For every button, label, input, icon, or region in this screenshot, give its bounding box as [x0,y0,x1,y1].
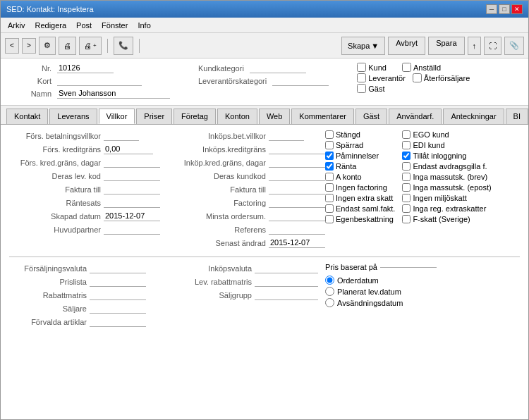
kredit-input[interactable] [104,144,153,154]
gast-checkbox[interactable] [357,84,366,93]
print2-icon: 🖨 [84,42,92,50]
egenbeskattn-checkbox[interactable] [325,215,334,223]
minsta-input[interactable] [269,211,325,221]
bottom-col1: Försäljningsvaluta Prislista Rabattmatri… [9,263,164,330]
forward-button[interactable]: > [22,38,36,54]
senast-label: Senast ändrad [167,239,266,247]
factoring-input[interactable] [269,197,325,208]
inga-extra-checkbox[interactable] [402,204,411,213]
back-button[interactable]: < [5,38,19,54]
akonto-checkbox[interactable] [325,173,334,181]
cb-stangd: Stängd [325,130,395,139]
fskatt-checkbox[interactable] [402,215,411,223]
aterforsaljare-checkbox[interactable] [413,73,422,82]
tab-priser[interactable]: Priser [136,109,172,124]
save-button[interactable]: Spara [428,37,464,55]
close-button[interactable]: ✕ [511,4,523,14]
levrabatt-input[interactable] [255,276,318,287]
endast-saml-checkbox[interactable] [325,204,334,213]
rantesats-input[interactable] [104,197,160,208]
radio-orderdatum-input[interactable] [325,276,334,285]
sparrad-checkbox[interactable] [325,141,334,149]
tab-konton[interactable]: Konton [217,109,257,124]
tab-kommentarer[interactable]: Kommentarer [291,109,354,124]
radio-avsandning-input[interactable] [325,298,334,307]
maximize-button[interactable]: □ [499,4,510,14]
ranta-label: Ränta [336,162,356,171]
menu-info[interactable]: Info [133,20,154,31]
tab-leverans[interactable]: Leverans [49,109,97,124]
tab-anvandardef[interactable]: Användarf. [389,109,442,124]
menu-bar: Arkiv Redigera Post Fönster Info [1,18,528,33]
tab-foretag[interactable]: Företag [174,109,216,124]
tillat-inlogning-label: Tillåt inloggning [413,152,466,160]
phone-button[interactable]: 📞 [114,37,133,55]
tab-bi[interactable]: BI [506,109,528,124]
tab-anteckningar[interactable]: Anteckningar [443,109,504,124]
prislista-input[interactable] [90,276,146,287]
cb-sparrad: Spärrad [325,141,395,149]
faktura1-input[interactable] [104,184,160,194]
leverantorskategori-field[interactable] [272,75,329,86]
menu-fonster[interactable]: Fönster [97,20,132,31]
kreditdagar-input[interactable] [104,157,160,168]
nr-field[interactable] [57,63,114,73]
paminnelser-checkbox[interactable] [325,152,334,160]
inga-epost-checkbox[interactable] [402,183,411,192]
senast-input[interactable] [269,237,325,248]
edi-kund-checkbox[interactable] [402,141,411,149]
namn-field[interactable] [57,88,170,99]
inga-epost-label: Inga massutsk. (epost) [413,183,491,192]
huvud-input[interactable] [104,224,160,235]
attach-button[interactable]: 📎 [504,37,524,55]
menu-post[interactable]: Post [72,20,96,31]
ego-kund-checkbox[interactable] [402,130,411,139]
forvalda-input[interactable] [90,316,146,327]
up-button[interactable]: ↑ [468,37,482,55]
saljgrupp-input[interactable] [255,290,318,300]
inkvaluta-input[interactable] [255,263,318,273]
faktura2-input[interactable] [269,184,325,194]
tillat-inlogning-checkbox[interactable] [402,152,411,160]
ingen-extra-skatt-checkbox[interactable] [325,194,334,202]
levkod-input[interactable] [104,171,160,181]
kund-checkbox[interactable] [357,63,366,72]
tab-kontakt[interactable]: Kontakt [6,109,48,124]
tab-gast[interactable]: Gäst [355,109,387,124]
saljare-input[interactable] [90,303,146,314]
ingen-miljo-checkbox[interactable] [402,194,411,202]
inkkreditdagar-input[interactable] [269,157,325,168]
rabattmatris-input[interactable] [90,290,146,300]
avdragsgilla-checkbox[interactable] [402,162,411,171]
menu-arkiv[interactable]: Arkiv [4,20,29,31]
skapad-input[interactable] [104,211,160,221]
radio-planerat-input[interactable] [325,287,334,296]
menu-redigera[interactable]: Redigera [30,20,71,31]
leverantor-checkbox[interactable] [357,73,366,82]
kundkategori-field[interactable] [250,63,306,73]
field-row-inkvaluta: Inköpsvaluta [167,263,322,273]
tab-web[interactable]: Web [259,109,290,124]
tab-villkor[interactable]: Villkor [99,109,135,124]
cb-paminnelser: Påminnelser [325,152,395,160]
print-button[interactable]: 🖨 [59,37,76,55]
betal-input[interactable] [104,130,139,141]
ranta-checkbox[interactable] [325,162,334,171]
kundkod-input[interactable] [269,171,325,181]
expand-button[interactable]: ⛶ [484,37,501,55]
inga-brev-checkbox[interactable] [402,173,411,181]
stangd-checkbox[interactable] [325,130,334,139]
forsvaluta-input[interactable] [90,263,146,273]
anstalld-checkbox[interactable] [402,63,411,72]
inkbetal-input[interactable] [269,130,304,141]
inkkredit-input[interactable] [269,144,325,154]
create-button[interactable]: Skapa ▼ [341,37,385,55]
minimize-button[interactable]: ─ [486,4,497,14]
kort-field[interactable] [57,75,142,86]
cancel-button[interactable]: Avbryt [388,37,425,55]
settings-button[interactable]: ⚙ [39,37,56,55]
print2-button[interactable]: 🖨+ [79,37,102,55]
villkor-col1: Förs. betalningsvillkor Förs. kreditgrän… [9,130,164,251]
referens-input[interactable] [269,224,325,235]
ingen-factoring-checkbox[interactable] [325,183,334,192]
